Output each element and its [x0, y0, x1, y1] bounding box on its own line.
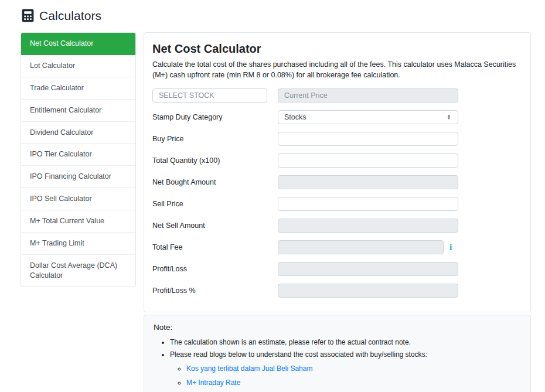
calculator-description: Calculate the total cost of the shares p… [152, 60, 522, 81]
sidebar-item-ipo-tier-calculator[interactable]: IPO Tier Calculator [21, 144, 135, 166]
select-updown-arrows-icon: ▲▼ [447, 114, 451, 120]
note-link-m-intraday-rate[interactable]: M+ Intraday Rate [186, 379, 240, 387]
form-row-profit-loss: Profit/Loss [152, 262, 522, 276]
stock-row [152, 88, 522, 103]
page-title: Calculators [39, 9, 101, 23]
sidebar-item-trade-calculator[interactable]: Trade Calculator [21, 77, 135, 100]
sidebar-item-m-trading-limit[interactable]: M+ Trading Limit [21, 233, 135, 255]
sidebar-item-label: Trade Calculator [30, 84, 84, 92]
net-sell-amount-input [278, 219, 458, 233]
note-list: The calculation shown is an estimate, pl… [170, 338, 521, 388]
note-link-item: M+ Intraday Rate [186, 378, 521, 388]
field-label: Profit/Loss [152, 265, 278, 273]
field-label: Sell Price [152, 200, 278, 208]
sidebar-item-label: M+ Trading Limit [30, 239, 84, 247]
field-label: Net Bought Amount [152, 178, 278, 186]
select-value: Stocks [284, 113, 306, 121]
form-row-sell-price: Sell Price [152, 197, 522, 211]
field-label: Stamp Duty Category [152, 113, 278, 121]
sidebar-item-label: IPO Financing Calculator [30, 172, 111, 180]
sidebar-item-net-cost-calculator[interactable]: Net Cost Calculator [21, 33, 135, 55]
field-label: Buy Price [152, 135, 278, 143]
stamp-duty-category-select[interactable]: Stocks▲▼ [278, 110, 458, 124]
sidebar-item-m-total-current-value[interactable]: M+ Total Current Value [21, 210, 135, 233]
sidebar-item-ipo-financing-calculator[interactable]: IPO Financing Calculator [21, 166, 135, 188]
sidebar-item-label: Lot Calculator [30, 62, 75, 70]
profit-loss-input [278, 284, 458, 298]
sell-price-input[interactable] [278, 197, 458, 211]
note-link-kos-yang-terlibat-dalam-jual-beli-saham[interactable]: Kos yang terlibat dalam Jual Beli Saham [186, 364, 312, 373]
note-item: Please read blogs below to understand th… [170, 350, 521, 387]
field-label: Net Sell Amount [152, 221, 278, 230]
calculator-form: Stamp Duty Category Stocks▲▼ Buy Price T… [152, 88, 522, 298]
field-label: Profit/Loss % [152, 287, 278, 295]
sidebar-item-entitlement-calculator[interactable]: Entitlement Calculator [21, 100, 135, 122]
field-label: Total Quantity (x100) [152, 156, 278, 165]
page-header: Calculators [21, 8, 531, 23]
note-box: Note: The calculation shown is an estima… [144, 315, 531, 392]
stock-select-input[interactable] [152, 88, 267, 103]
sidebar-item-label: IPO Sell Calculator [30, 195, 92, 203]
sidebar-item-ipo-sell-calculator[interactable]: IPO Sell Calculator [21, 188, 135, 210]
buy-price-input[interactable] [278, 132, 458, 146]
sidebar-item-dollar-cost-average-dca-calculator[interactable]: Dollar Cost Average (DCA) Calculator [21, 255, 135, 287]
sidebar-item-label: Entitlement Calculator [30, 106, 101, 114]
sidebar-item-label: IPO Tier Calculator [30, 150, 92, 158]
sidebar-item-dividend-calculator[interactable]: Dividend Calculator [21, 122, 135, 144]
net-cost-calculator-card: Net Cost Calculator Calculate the total … [144, 32, 531, 312]
form-row-total-fee: Total Fee i [152, 240, 522, 254]
form-row-net-sell-amount: Net Sell Amount [152, 219, 522, 233]
form-row-net-bought-amount: Net Bought Amount [152, 175, 522, 189]
calculator-icon [21, 8, 35, 23]
total-fee-input [278, 240, 444, 254]
form-row-total-quantity-x100: Total Quantity (x100) [152, 154, 522, 168]
note-item: The calculation shown is an estimate, pl… [170, 338, 521, 347]
calculator-title: Net Cost Calculator [152, 42, 522, 56]
sidebar-item-label: M+ Total Current Value [30, 217, 104, 225]
form-row-buy-price: Buy Price [152, 132, 522, 146]
note-title: Note: [154, 323, 521, 332]
note-link-item: Kos yang terlibat dalam Jual Beli Saham [186, 364, 521, 374]
main-column: Net Cost Calculator Calculate the total … [144, 32, 531, 392]
net-bought-amount-input [278, 175, 458, 189]
note-links-list: Kos yang terlibat dalam Jual Beli SahamM… [186, 364, 521, 388]
sidebar-item-label: Dividend Calculator [30, 128, 93, 137]
form-row-stamp-duty-category: Stamp Duty Category Stocks▲▼ [152, 110, 522, 124]
form-row-profit-loss: Profit/Loss % [152, 284, 522, 298]
calculators-page: Calculators Net Cost CalculatorLot Calcu… [0, 0, 545, 392]
current-price-input [278, 88, 458, 103]
info-icon[interactable]: i [449, 242, 452, 252]
sidebar: Net Cost CalculatorLot CalculatorTrade C… [21, 32, 136, 287]
sidebar-item-label: Dollar Cost Average (DCA) Calculator [30, 261, 117, 279]
field-label: Total Fee [152, 243, 278, 251]
sidebar-item-lot-calculator[interactable]: Lot Calculator [21, 55, 135, 77]
profit-loss-input [278, 262, 458, 276]
total-quantity-x100-input[interactable] [278, 154, 458, 168]
sidebar-item-label: Net Cost Calculator [30, 39, 93, 47]
